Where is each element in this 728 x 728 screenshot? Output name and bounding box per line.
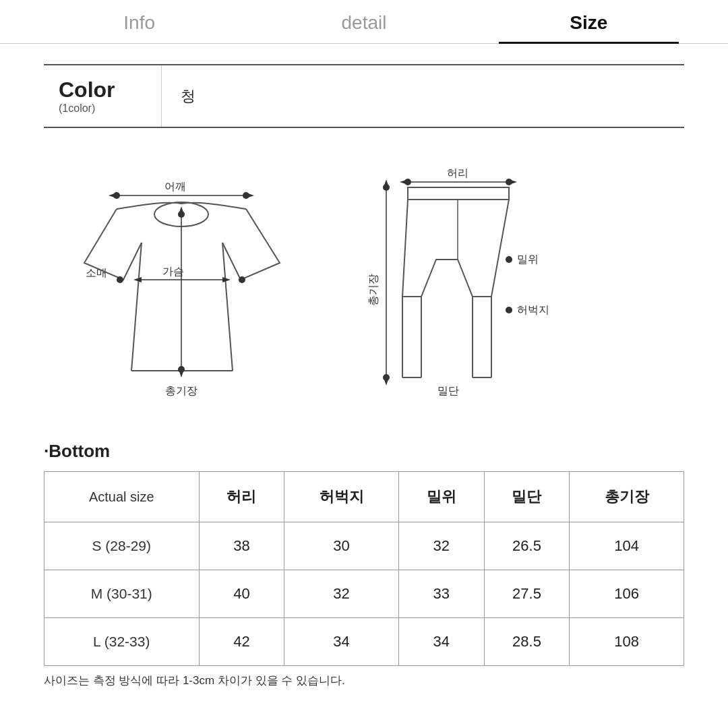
table-cell-waist: 38 [199,522,284,570]
svg-text:가슴: 가슴 [162,266,184,277]
diagram-section: 어깨 소매 가슴 [44,148,684,414]
table-cell-hem: 26.5 [484,522,570,570]
table-row: L (32-33)42343428.5108 [44,618,684,666]
col-header-size: Actual size [44,472,200,522]
svg-point-47 [383,184,390,191]
table-row: M (30-31)40323327.5106 [44,570,684,618]
table-cell-waist: 40 [199,570,284,618]
svg-text:총기장: 총기장 [165,385,198,396]
svg-point-36 [506,256,512,263]
svg-line-6 [131,243,142,371]
tab-size[interactable]: Size [477,0,701,43]
col-header-thigh: 허벅지 [284,472,399,522]
svg-line-7 [222,243,233,371]
color-subtitle: (1color) [59,102,146,115]
tab-info[interactable]: Info [27,0,251,43]
color-value: 청 [162,74,214,119]
svg-point-19 [117,276,123,283]
table-cell-total: 106 [570,570,684,618]
svg-point-45 [404,179,411,185]
size-table: Actual size 허리 허벅지 밀위 밀단 총기장 S (28-29)38… [44,471,684,666]
table-cell-size: L (32-33) [44,618,200,666]
tshirt-diagram: 어깨 소매 가슴 [44,155,327,407]
col-header-waist: 허리 [199,472,284,522]
table-cell-thigh: 30 [284,522,399,570]
table-cell-upper: 32 [398,522,484,570]
table-cell-thigh: 34 [284,618,399,666]
svg-point-38 [506,307,512,313]
svg-text:밀위: 밀위 [517,253,539,265]
main-content: Color (1color) 청 어깨 소매 [0,44,728,715]
svg-point-22 [178,366,185,373]
svg-text:허리: 허리 [447,167,468,179]
col-header-upper: 밀위 [398,472,484,522]
color-title: Color [59,78,146,102]
color-label: Color (1color) [44,65,162,127]
table-cell-hem: 27.5 [484,570,570,618]
table-cell-hem: 28.5 [484,618,570,666]
svg-point-48 [383,374,390,381]
table-cell-size: S (28-29) [44,522,200,570]
table-cell-total: 104 [570,522,684,570]
bottom-section: ·Bottom Actual size 허리 허벅지 밀위 밀단 총기장 S (… [44,441,684,688]
svg-rect-27 [408,187,509,200]
svg-text:밀단: 밀단 [437,385,459,396]
svg-point-21 [178,211,185,218]
svg-point-20 [239,276,245,283]
table-row: S (28-29)38303226.5104 [44,522,684,570]
svg-marker-11 [222,277,231,282]
svg-text:허벅지: 허벅지 [517,304,549,315]
pants-diagram: 허리 밀위 [367,155,556,407]
col-header-total: 총기장 [570,472,684,522]
table-cell-upper: 33 [398,570,484,618]
tab-navigation: Info detail Size [0,0,728,44]
table-cell-total: 108 [570,618,684,666]
col-header-hem: 밀단 [484,472,570,522]
table-cell-upper: 34 [398,618,484,666]
bottom-label: ·Bottom [44,441,684,462]
table-cell-waist: 42 [199,618,284,666]
size-note: 사이즈는 측정 방식에 따라 1-3cm 차이가 있을 수 있습니다. [44,673,684,688]
svg-point-46 [506,179,512,185]
svg-point-17 [113,192,120,199]
svg-text:총기장: 총기장 [367,274,379,306]
svg-marker-10 [133,277,142,282]
svg-text:어깨: 어깨 [164,181,186,192]
color-section: Color (1color) 청 [44,64,684,128]
tab-detail[interactable]: detail [251,0,476,43]
svg-point-18 [243,192,249,199]
table-cell-thigh: 32 [284,570,399,618]
table-cell-size: M (30-31) [44,570,200,618]
